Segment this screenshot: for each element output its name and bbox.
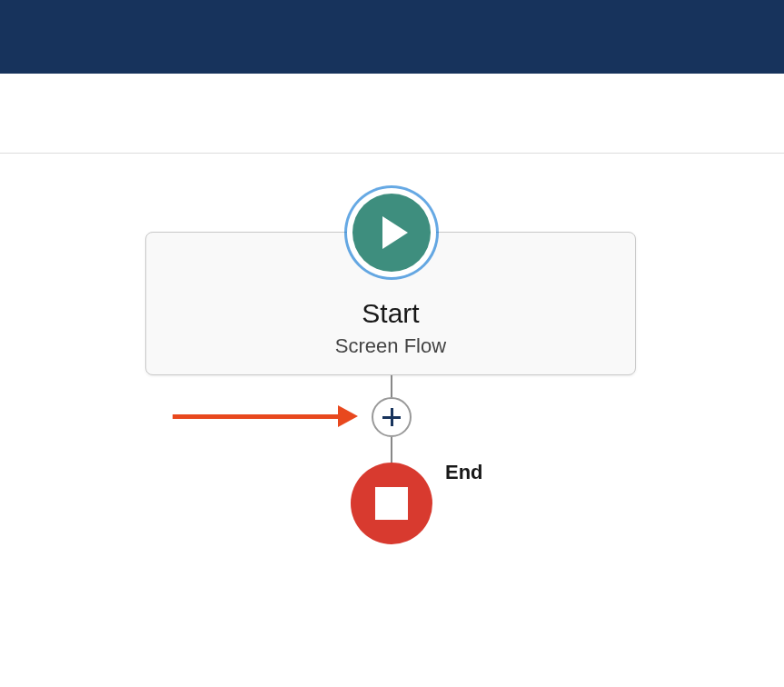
connector-line <box>391 375 392 397</box>
annotation-arrow <box>173 408 363 426</box>
end-node-label: End <box>445 461 483 484</box>
flow-canvas[interactable]: Start Screen Flow End <box>0 154 784 687</box>
start-node-title: Start <box>362 298 419 329</box>
toolbar-area <box>0 74 784 154</box>
end-node[interactable] <box>351 463 432 544</box>
start-node-icon-button[interactable] <box>347 188 436 277</box>
stop-icon <box>375 487 408 520</box>
app-header-bar <box>0 0 784 74</box>
connector-line <box>391 437 392 463</box>
start-node-subtitle: Screen Flow <box>335 334 446 358</box>
play-icon <box>352 194 431 272</box>
add-element-button[interactable] <box>372 397 412 437</box>
